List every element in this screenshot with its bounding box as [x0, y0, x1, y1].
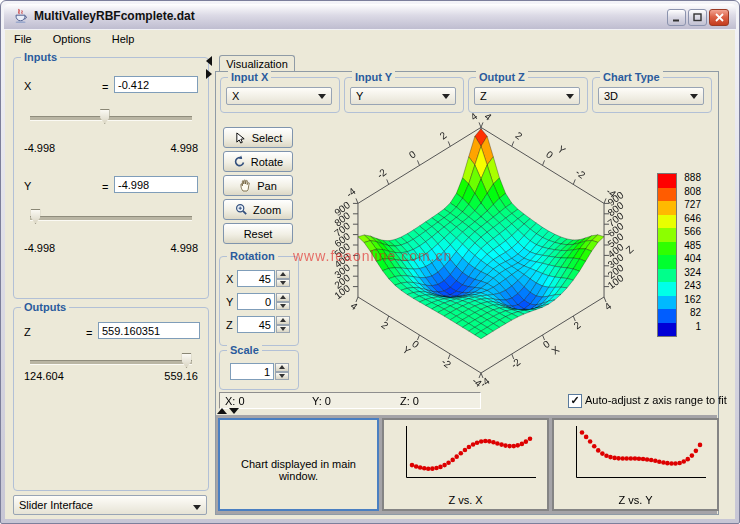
- spinner-up-down-buttons[interactable]: [275, 363, 289, 380]
- input-x-slider-range: -4.998 4.998: [24, 142, 198, 154]
- input-y-value-field[interactable]: -4.998: [114, 176, 198, 193]
- legend-tick-label: 808: [677, 185, 701, 199]
- rotation-y-spinner[interactable]: 0: [237, 293, 290, 310]
- thumbnail-z-vs-y[interactable]: Z vs. Y: [552, 418, 719, 511]
- thumbnail-z-vs-x[interactable]: Z vs. X: [382, 418, 549, 511]
- input-x-label: X: [24, 80, 31, 92]
- chevron-down-icon[interactable]: [190, 501, 204, 513]
- spinner-up-down-buttons[interactable]: [276, 293, 290, 310]
- input-x-max: 4.998: [170, 142, 198, 154]
- outputs-group: Outputs Z = 559.160351 124.604 559.16: [13, 307, 209, 491]
- legend-color-segment: [658, 228, 676, 242]
- zoom-button[interactable]: Zoom: [223, 199, 293, 220]
- titlebar[interactable]: MultiValleyRBFcomplete.dat: [4, 4, 736, 29]
- legend-tick-label: 82: [677, 306, 701, 320]
- group-title-input-x: Input X: [228, 71, 271, 83]
- chart-type-combobox[interactable]: 3D: [598, 87, 704, 105]
- input-x-slider-track[interactable]: [30, 116, 192, 121]
- select-button[interactable]: Select: [223, 127, 293, 148]
- output-z-slider-range: 124.604 559.16: [24, 370, 198, 382]
- tab-visualization[interactable]: Visualization: [219, 55, 295, 72]
- menu-help[interactable]: Help: [103, 30, 144, 48]
- thumbnail-label: Z vs. X: [384, 494, 547, 506]
- legend-color-segment: [658, 255, 676, 269]
- output-z-value-field[interactable]: 559.160351: [98, 322, 200, 339]
- rotation-group: Rotation X 45 Y 0 Z 45: [219, 256, 299, 346]
- group-title-input-y: Input Y: [352, 71, 395, 83]
- application-window: MultiValleyRBFcomplete.dat File Options …: [0, 0, 740, 524]
- maximize-button[interactable]: [688, 9, 707, 26]
- legend-color-segment: [658, 282, 676, 296]
- pan-button[interactable]: Pan: [223, 175, 293, 196]
- magnifier-plus-icon: [235, 203, 248, 216]
- legend-tick-label: 1: [677, 320, 701, 334]
- reset-button[interactable]: Reset: [223, 223, 293, 244]
- input-y-slider-track[interactable]: [30, 216, 192, 221]
- minimize-icon: [672, 13, 681, 22]
- group-title-output-z: Output Z: [476, 71, 528, 83]
- chevron-down-icon[interactable]: [563, 90, 577, 102]
- menu-file[interactable]: File: [5, 30, 41, 48]
- legend-tick-label: 162: [677, 293, 701, 307]
- combo-value: 3D: [604, 90, 618, 102]
- chevron-down-icon[interactable]: [687, 90, 701, 102]
- rotation-y-label: Y: [226, 296, 233, 308]
- splitter-collapse-up-icon[interactable]: [217, 408, 227, 414]
- maximize-icon: [693, 13, 702, 22]
- legend-tick-label: 566: [677, 225, 701, 239]
- rotation-z-value[interactable]: 45: [237, 316, 275, 333]
- output-z-slider-thumb[interactable]: [181, 353, 192, 368]
- spinner-up-down-buttons[interactable]: [276, 270, 290, 287]
- input-x-value-field[interactable]: -0.412: [114, 76, 198, 93]
- splitter-collapse-left-icon[interactable]: [206, 56, 212, 66]
- close-icon: [715, 13, 724, 22]
- input-y-combobox[interactable]: Y: [350, 87, 456, 105]
- spinner-up-down-buttons[interactable]: [276, 316, 290, 333]
- legend-color-segment: [658, 269, 676, 283]
- select-button-label: Select: [252, 132, 283, 144]
- legend-tick-label: 243: [677, 279, 701, 293]
- rotation-z-spinner[interactable]: 45: [237, 316, 290, 333]
- watermark: www.feaonline.com.cn: [293, 248, 452, 264]
- legend-color-segment: [658, 323, 676, 337]
- combo-value: Z: [480, 90, 487, 102]
- scale-group: Scale 1: [219, 350, 299, 390]
- z-vs-y-mini-chart: [554, 422, 713, 490]
- splitter-expand-down-icon[interactable]: [229, 408, 239, 414]
- status-x: X: 0: [225, 395, 245, 407]
- scale-value[interactable]: 1: [230, 363, 274, 380]
- combo-value: Y: [356, 90, 363, 102]
- scale-spinner[interactable]: 1: [230, 363, 289, 380]
- input-y-max: 4.998: [170, 242, 198, 254]
- menu-options[interactable]: Options: [44, 30, 100, 48]
- input-y-min: -4.998: [24, 242, 55, 254]
- chevron-down-icon[interactable]: [439, 90, 453, 102]
- auto-adjust-checkbox[interactable]: [568, 394, 582, 408]
- inputs-group-title: Inputs: [21, 51, 60, 63]
- chevron-down-icon[interactable]: [315, 90, 329, 102]
- rotation-x-spinner[interactable]: 45: [237, 270, 290, 287]
- rotation-x-value[interactable]: 45: [237, 270, 275, 287]
- scale-group-title: Scale: [227, 344, 262, 356]
- java-cup-icon: [13, 8, 29, 24]
- legend-color-segment: [658, 188, 676, 202]
- output-z-combobox[interactable]: Z: [474, 87, 580, 105]
- legend-tick-label: 485: [677, 239, 701, 253]
- interface-select[interactable]: Slider Interface: [13, 495, 207, 515]
- input-x-combobox[interactable]: X: [226, 87, 332, 105]
- z-vs-x-mini-chart: [384, 422, 543, 490]
- input-x-slider-thumb[interactable]: [99, 109, 110, 124]
- menubar: File Options Help: [5, 30, 735, 51]
- output-z-slider-track[interactable]: [30, 360, 192, 365]
- minimize-button[interactable]: [667, 9, 686, 26]
- rotation-y-value[interactable]: 0: [237, 293, 275, 310]
- thumbnail-main-chart[interactable]: Chart displayed in main window.: [218, 418, 379, 511]
- rotate-button[interactable]: Rotate: [223, 151, 293, 172]
- window-title: MultiValleyRBFcomplete.dat: [34, 9, 195, 23]
- input-y-label: Y: [24, 180, 31, 192]
- cursor-arrow-icon: [234, 132, 247, 144]
- close-button[interactable]: [709, 9, 729, 26]
- input-y-slider-thumb[interactable]: [30, 209, 41, 224]
- splitter-expand-right-icon[interactable]: [206, 69, 212, 79]
- legend-tick-label: 324: [677, 266, 701, 280]
